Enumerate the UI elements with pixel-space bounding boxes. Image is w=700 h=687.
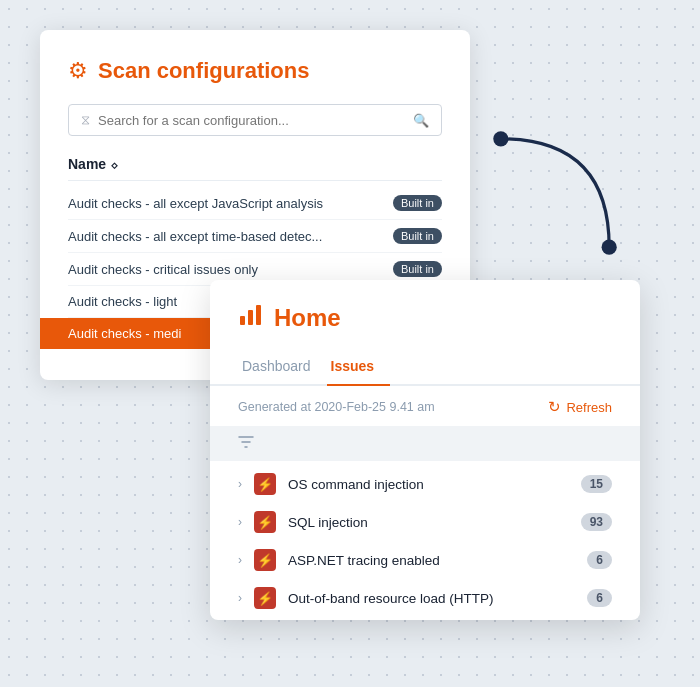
bar-chart-icon [238, 302, 264, 334]
item-label: Audit checks - all except time-based det… [68, 229, 322, 244]
refresh-icon: ↻ [548, 398, 561, 416]
tab-dashboard[interactable]: Dashboard [238, 350, 327, 386]
table-header: Name ⬦ [68, 152, 442, 181]
search-input[interactable] [98, 113, 405, 128]
scan-panel-header: ⚙ Scan configurations [68, 58, 442, 84]
item-label: Audit checks - medi [68, 326, 181, 341]
built-in-badge: Built in [393, 195, 442, 211]
issue-item[interactable]: › ⚡ OS command injection 15 [210, 465, 640, 503]
issue-item[interactable]: › ⚡ SQL injection 93 [210, 503, 640, 541]
tab-issues[interactable]: Issues [327, 350, 391, 386]
issue-item[interactable]: › ⚡ Out-of-band resource load (HTTP) 6 [210, 579, 640, 617]
scan-panel-title: Scan configurations [98, 58, 309, 84]
item-label: Audit checks - critical issues only [68, 262, 258, 277]
filter-icon [238, 434, 254, 453]
search-bar[interactable]: ⧖ 🔍 [68, 104, 442, 136]
filter-bar[interactable] [210, 426, 640, 461]
chevron-right-icon: › [238, 515, 242, 529]
svg-point-1 [602, 240, 617, 255]
count-badge: 93 [581, 513, 612, 531]
name-column-header: Name [68, 156, 106, 172]
chevron-right-icon: › [238, 477, 242, 491]
item-label: Audit checks - light [68, 294, 177, 309]
svg-rect-3 [248, 310, 253, 325]
count-badge: 15 [581, 475, 612, 493]
count-badge: 6 [587, 551, 612, 569]
connector-line [490, 128, 620, 258]
issue-name: SQL injection [288, 515, 569, 530]
issue-item[interactable]: › ⚡ File path manipulation 23 [210, 617, 640, 620]
tabs-row: Dashboard Issues [210, 350, 640, 386]
gear-icon: ⚙ [68, 58, 88, 84]
svg-rect-2 [240, 316, 245, 325]
refresh-button[interactable]: ↻ Refresh [548, 398, 612, 416]
severity-icon: ⚡ [254, 473, 276, 495]
chevron-right-icon: › [238, 591, 242, 605]
issue-name: OS command injection [288, 477, 569, 492]
refresh-label: Refresh [566, 400, 612, 415]
sort-icon[interactable]: ⬦ [110, 156, 118, 172]
list-item[interactable]: Audit checks - all except time-based det… [68, 220, 442, 253]
count-badge: 6 [587, 589, 612, 607]
generated-at: Generated at 2020-Feb-25 9.41 am [238, 400, 435, 414]
issue-item[interactable]: › ⚡ ASP.NET tracing enabled 6 [210, 541, 640, 579]
severity-icon: ⚡ [254, 587, 276, 609]
severity-icon: ⚡ [254, 549, 276, 571]
chevron-right-icon: › [238, 553, 242, 567]
built-in-badge: Built in [393, 261, 442, 277]
list-item[interactable]: Audit checks - all except JavaScript ana… [68, 187, 442, 220]
built-in-badge: Built in [393, 228, 442, 244]
issue-name: Out-of-band resource load (HTTP) [288, 591, 575, 606]
home-panel-title: Home [274, 304, 341, 332]
issue-list: › ⚡ OS command injection 15 › ⚡ SQL inje… [210, 461, 640, 620]
search-icon: 🔍 [413, 113, 429, 128]
home-panel: Home Dashboard Issues Generated at 2020-… [210, 280, 640, 620]
issue-name: ASP.NET tracing enabled [288, 553, 575, 568]
item-label: Audit checks - all except JavaScript ana… [68, 196, 323, 211]
home-panel-header: Home [210, 280, 640, 350]
severity-icon: ⚡ [254, 511, 276, 533]
svg-rect-4 [256, 305, 261, 325]
filter-icon: ⧖ [81, 112, 90, 128]
issues-meta: Generated at 2020-Feb-25 9.41 am ↻ Refre… [210, 386, 640, 426]
